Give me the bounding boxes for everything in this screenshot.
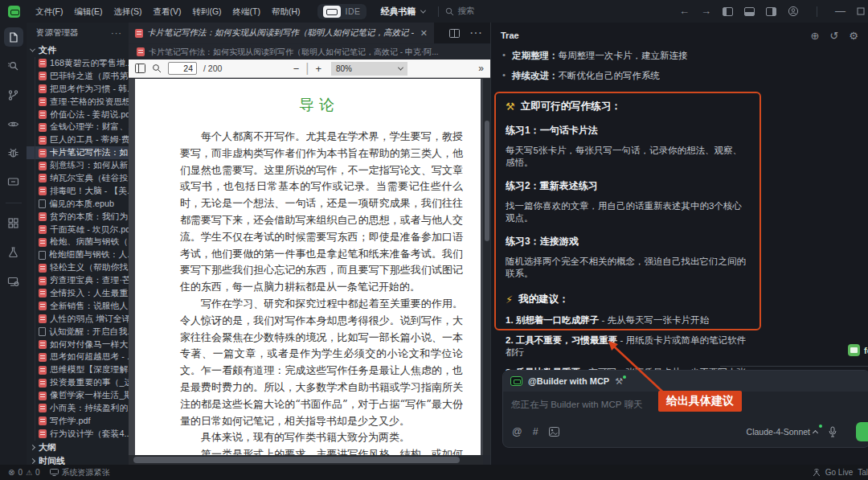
file-item[interactable]: 枪炮、病菌与钢铁（... xyxy=(27,236,129,248)
debug-bug-icon[interactable] xyxy=(4,143,23,162)
status-right-clipped[interactable]: Tal xyxy=(858,468,868,477)
menu-item-6[interactable]: 帮助(H) xyxy=(266,0,306,23)
file-item[interactable]: 刻意练习：如何从新... xyxy=(27,159,129,172)
explorer-icon[interactable] xyxy=(4,27,23,47)
file-item[interactable]: 偏见的本质.epub xyxy=(27,198,129,211)
file-item[interactable]: 千面英雄 - 坎贝尔.pdf xyxy=(27,224,129,236)
file-label: 价值心法 - 姜胡说.pdf xyxy=(50,109,129,121)
nav-forward-button[interactable]: → xyxy=(701,0,711,23)
nav-back-button[interactable]: ← xyxy=(679,0,690,23)
editor-more-button[interactable]: ··· xyxy=(469,26,482,40)
file-item[interactable]: 价值心法 - 姜胡说.pdf xyxy=(27,109,129,121)
split-editor-icon[interactable] xyxy=(449,29,460,38)
file-item[interactable]: 人性的弱点 增订全译... xyxy=(27,313,129,326)
file-item[interactable]: 穷查理宝典：查理·芒... xyxy=(27,274,129,287)
agent-selector[interactable]: @Builder with MCP ⚒ xyxy=(503,371,868,392)
file-item[interactable]: 像哲学家一样生活_斯... xyxy=(27,389,129,402)
pdf-search-icon[interactable] xyxy=(152,64,162,73)
zoom-out-button[interactable]: − xyxy=(293,63,300,75)
files-section-header[interactable]: 文件 xyxy=(27,43,129,57)
ide-mode-switch[interactable]: IDE xyxy=(317,4,366,19)
bullet-dot-icon: • xyxy=(502,50,506,62)
go-live-button[interactable]: Go Live xyxy=(825,468,853,477)
chevron-right-icon xyxy=(30,458,35,464)
settings-gear-icon[interactable]: ⚙ xyxy=(849,30,858,42)
file-item[interactable]: 巨人的工具 - 蒂姆·费... xyxy=(27,133,129,146)
model-selector[interactable]: Claude-4-Sonnet xyxy=(747,427,817,437)
attach-image-icon[interactable] xyxy=(549,427,559,437)
search-icon[interactable] xyxy=(4,56,23,76)
problems-indicator[interactable]: ⊗ 0 ⚠ 0 xyxy=(8,468,40,477)
send-button[interactable] xyxy=(856,422,868,441)
file-item[interactable]: 行为设计学（套装4... xyxy=(27,428,129,441)
file-item[interactable]: 168黄碧云的零售增... xyxy=(27,57,129,70)
bullet-text: 定期整理：每周整理一次卡片，建立新连接 xyxy=(512,50,688,62)
toggle-panel-icon[interactable] xyxy=(744,7,755,16)
file-item[interactable]: 纳瓦尔宝典（硅谷投... xyxy=(27,172,129,185)
file-item[interactable]: 全情投入：人生最重... xyxy=(27,287,129,300)
preview-eye-icon[interactable] xyxy=(4,114,23,133)
file-item[interactable]: 把思考作为习惯 - 韩... xyxy=(27,83,129,96)
file-item[interactable]: 思维模型【深度理解... xyxy=(27,363,129,376)
mention-icon[interactable]: @ xyxy=(512,426,522,437)
bullet-text: 持续改进：不断优化自己的写作系统 xyxy=(512,70,660,82)
outline-section-header[interactable]: 大纲 xyxy=(27,441,129,454)
zoom-in-button[interactable]: + xyxy=(315,63,321,75)
file-item[interactable]: 卡片笔记写作法：如... xyxy=(27,146,129,159)
file-item[interactable]: 轻松主义（帮助你找... xyxy=(27,261,129,274)
workspace-switcher[interactable]: 经典书籍 xyxy=(381,6,425,18)
new-chat-icon[interactable]: ⊕ xyxy=(811,30,820,42)
lightning-icon: ⚡ xyxy=(506,293,513,306)
timeline-section-header[interactable]: 时间线 xyxy=(27,454,129,465)
vertical-scrollbar[interactable] xyxy=(483,79,490,455)
file-item[interactable]: 认知觉醒：开启自我... xyxy=(27,326,129,338)
close-tab-icon[interactable]: ✕ xyxy=(420,28,428,39)
file-item[interactable]: 全新销售：说服他人... xyxy=(27,300,129,313)
breadcrumb[interactable]: 卡片笔记写作法：如何实现从阅读到写作（聪明人如何记笔记，高效记 - 申克·阿..… xyxy=(129,44,490,59)
page-number-input[interactable] xyxy=(168,62,197,75)
file-item[interactable]: 写作学.pdf xyxy=(27,415,129,428)
pdf-file-icon xyxy=(39,212,47,221)
file-item[interactable]: 思考如何超越思考 - ... xyxy=(27,351,129,363)
file-item[interactable]: 枪炮细菌与钢铁：人... xyxy=(27,248,129,261)
file-item[interactable]: 排毒吧！大脑 - 【美... xyxy=(27,185,129,198)
resource-warning[interactable]: 系统资源紧张 xyxy=(50,467,110,478)
minimize-button[interactable]: — xyxy=(835,0,845,23)
test-flask-icon[interactable] xyxy=(4,242,23,261)
microphone-icon[interactable] xyxy=(828,426,837,437)
file-item[interactable]: 巴菲特之道（原书第... xyxy=(27,70,129,83)
account-icon[interactable] xyxy=(788,6,799,17)
menu-item-1[interactable]: 编辑(E) xyxy=(68,0,108,23)
toggle-sidebar-icon[interactable] xyxy=(723,7,733,16)
pdf-file-icon xyxy=(39,110,47,119)
maximize-button[interactable] xyxy=(857,7,865,15)
file-item[interactable]: 贫穷的本质：我们为... xyxy=(27,211,129,224)
horizontal-scrollbar[interactable] xyxy=(129,455,483,465)
extensions-icon[interactable] xyxy=(4,213,23,232)
menu-item-3[interactable]: 查看(V) xyxy=(147,0,186,23)
user-badge: fer xyxy=(848,344,868,356)
explorer-more-button[interactable]: ··· xyxy=(111,28,122,38)
toggle-secondary-sidebar-icon[interactable] xyxy=(766,7,776,16)
file-item[interactable]: 如何对付像马一样大... xyxy=(27,338,129,351)
remote-device-icon[interactable] xyxy=(4,271,23,290)
menu-item-2[interactable]: 选择(S) xyxy=(108,0,147,23)
file-item[interactable]: 小而美：持续盈利的... xyxy=(27,402,129,415)
menu-item-4[interactable]: 转到(G) xyxy=(186,0,227,23)
toolbar-more-button[interactable]: » xyxy=(478,63,484,74)
toggle-thumbnails-icon[interactable] xyxy=(135,64,145,73)
source-control-icon[interactable] xyxy=(4,85,23,105)
pdf-editor-tab[interactable]: 卡片笔记写作法：如何实现从阅读到写作（聪明人如何记笔记，高效记 - 申克·阿伦斯… xyxy=(129,23,434,43)
file-item[interactable]: 金钱心理学：财富、... xyxy=(27,121,129,133)
history-icon[interactable]: ↺ xyxy=(829,30,838,42)
global-search[interactable]: 搜索 xyxy=(445,6,475,17)
context-hash-icon[interactable]: # xyxy=(533,426,538,437)
file-label: 巴菲特之道（原书第... xyxy=(50,71,129,82)
menu-item-0[interactable]: 文件(F) xyxy=(30,0,68,23)
zoom-level-select[interactable]: 80% xyxy=(331,62,407,76)
file-item[interactable]: 投资最重要的事（_这... xyxy=(27,376,129,389)
pdf-paragraph: 写作在学习、研究和探究过程中都起着至关重要的作用。令人惊讶的是，我们对写作本身却… xyxy=(180,296,463,429)
monitor-icon[interactable] xyxy=(4,172,23,191)
menu-item-5[interactable]: 终端(T) xyxy=(227,0,266,23)
file-item[interactable]: 查理·芒格的投资思想... xyxy=(27,96,129,109)
